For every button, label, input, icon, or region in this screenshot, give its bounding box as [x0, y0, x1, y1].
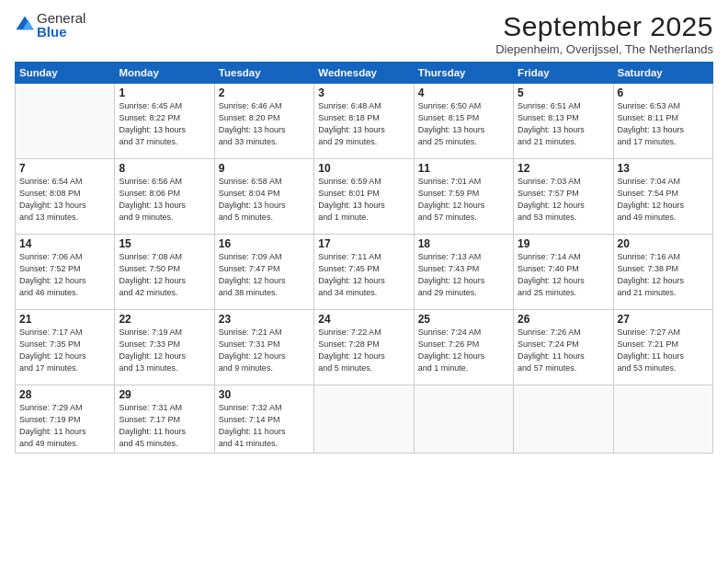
day-info: Sunrise: 6:50 AMSunset: 8:15 PMDaylight:… — [418, 100, 509, 148]
day-number: 13 — [618, 162, 709, 175]
table-row: 1Sunrise: 6:45 AMSunset: 8:22 PMDaylight… — [115, 84, 214, 159]
table-row: 7Sunrise: 6:54 AMSunset: 8:08 PMDaylight… — [16, 159, 115, 235]
table-row: 13Sunrise: 7:04 AMSunset: 7:54 PMDayligh… — [613, 159, 712, 235]
table-row: 17Sunrise: 7:11 AMSunset: 7:45 PMDayligh… — [314, 235, 414, 310]
day-info: Sunrise: 6:58 AMSunset: 8:04 PMDaylight:… — [219, 176, 310, 224]
logo: General Blue — [15, 11, 85, 39]
month-title: September 2025 — [495, 11, 713, 42]
table-row: 20Sunrise: 7:16 AMSunset: 7:38 PMDayligh… — [613, 235, 712, 310]
day-info: Sunrise: 7:06 AMSunset: 7:52 PMDaylight:… — [19, 251, 110, 299]
day-info: Sunrise: 6:54 AMSunset: 8:08 PMDaylight:… — [19, 176, 110, 224]
day-number: 1 — [119, 86, 210, 99]
logo-general-text: General — [37, 11, 85, 25]
col-thursday: Thursday — [414, 63, 513, 84]
table-row: 29Sunrise: 7:31 AMSunset: 7:17 PMDayligh… — [115, 385, 214, 454]
table-row: 3Sunrise: 6:48 AMSunset: 8:18 PMDaylight… — [314, 84, 414, 159]
table-row — [414, 385, 513, 454]
day-info: Sunrise: 7:32 AMSunset: 7:14 PMDaylight:… — [219, 402, 310, 450]
table-row — [16, 84, 115, 159]
day-info: Sunrise: 7:13 AMSunset: 7:43 PMDaylight:… — [418, 251, 509, 299]
table-row: 18Sunrise: 7:13 AMSunset: 7:43 PMDayligh… — [414, 235, 513, 310]
day-number: 26 — [518, 313, 609, 326]
table-row: 22Sunrise: 7:19 AMSunset: 7:33 PMDayligh… — [115, 310, 214, 385]
table-row: 30Sunrise: 7:32 AMSunset: 7:14 PMDayligh… — [214, 385, 313, 454]
day-number: 2 — [219, 86, 310, 99]
col-tuesday: Tuesday — [214, 63, 313, 84]
day-number: 21 — [19, 313, 110, 326]
table-row: 14Sunrise: 7:06 AMSunset: 7:52 PMDayligh… — [16, 235, 115, 310]
table-row: 27Sunrise: 7:27 AMSunset: 7:21 PMDayligh… — [613, 310, 712, 385]
table-row: 9Sunrise: 6:58 AMSunset: 8:04 PMDaylight… — [214, 159, 313, 235]
table-row — [514, 385, 613, 454]
calendar-header-row: Sunday Monday Tuesday Wednesday Thursday… — [16, 63, 713, 84]
table-row: 8Sunrise: 6:56 AMSunset: 8:06 PMDaylight… — [115, 159, 214, 235]
day-info: Sunrise: 7:08 AMSunset: 7:50 PMDaylight:… — [119, 251, 210, 299]
logo-icon — [15, 15, 35, 35]
day-info: Sunrise: 7:17 AMSunset: 7:35 PMDaylight:… — [19, 327, 110, 374]
day-number: 11 — [418, 162, 509, 175]
table-row: 15Sunrise: 7:08 AMSunset: 7:50 PMDayligh… — [115, 235, 214, 310]
logo-blue-text: Blue — [37, 25, 85, 39]
table-row: 12Sunrise: 7:03 AMSunset: 7:57 PMDayligh… — [514, 159, 613, 235]
table-row: 21Sunrise: 7:17 AMSunset: 7:35 PMDayligh… — [16, 310, 115, 385]
day-info: Sunrise: 7:31 AMSunset: 7:17 PMDaylight:… — [119, 402, 210, 450]
day-info: Sunrise: 6:45 AMSunset: 8:22 PMDaylight:… — [119, 100, 210, 148]
col-monday: Monday — [115, 63, 214, 84]
day-number: 24 — [318, 313, 409, 326]
logo-text: General Blue — [37, 11, 85, 39]
table-row — [613, 385, 712, 454]
calendar-table: Sunday Monday Tuesday Wednesday Thursday… — [15, 62, 713, 454]
day-number: 27 — [618, 313, 709, 326]
day-number: 20 — [618, 237, 709, 250]
table-row: 26Sunrise: 7:26 AMSunset: 7:24 PMDayligh… — [514, 310, 613, 385]
day-number: 4 — [418, 86, 509, 99]
day-number: 9 — [219, 162, 310, 175]
day-number: 17 — [318, 237, 409, 250]
day-info: Sunrise: 6:46 AMSunset: 8:20 PMDaylight:… — [219, 100, 310, 148]
table-row: 2Sunrise: 6:46 AMSunset: 8:20 PMDaylight… — [214, 84, 313, 159]
day-info: Sunrise: 7:11 AMSunset: 7:45 PMDaylight:… — [318, 251, 409, 299]
day-number: 25 — [418, 313, 509, 326]
day-info: Sunrise: 7:04 AMSunset: 7:54 PMDaylight:… — [618, 176, 709, 224]
location-subtitle: Diepenheim, Overijssel, The Netherlands — [495, 42, 713, 56]
day-number: 29 — [119, 388, 210, 401]
table-row: 24Sunrise: 7:22 AMSunset: 7:28 PMDayligh… — [314, 310, 414, 385]
table-row: 5Sunrise: 6:51 AMSunset: 8:13 PMDaylight… — [514, 84, 613, 159]
day-number: 12 — [518, 162, 609, 175]
day-info: Sunrise: 7:29 AMSunset: 7:19 PMDaylight:… — [19, 402, 110, 450]
day-number: 15 — [119, 237, 210, 250]
day-number: 6 — [618, 86, 709, 99]
day-number: 14 — [19, 237, 110, 250]
day-info: Sunrise: 7:01 AMSunset: 7:59 PMDaylight:… — [418, 176, 509, 224]
table-row: 19Sunrise: 7:14 AMSunset: 7:40 PMDayligh… — [514, 235, 613, 310]
table-row: 23Sunrise: 7:21 AMSunset: 7:31 PMDayligh… — [214, 310, 313, 385]
day-number: 5 — [518, 86, 609, 99]
day-info: Sunrise: 6:48 AMSunset: 8:18 PMDaylight:… — [318, 100, 409, 148]
table-row — [314, 385, 414, 454]
day-number: 23 — [219, 313, 310, 326]
day-info: Sunrise: 7:16 AMSunset: 7:38 PMDaylight:… — [618, 251, 709, 299]
col-wednesday: Wednesday — [314, 63, 414, 84]
day-number: 18 — [418, 237, 509, 250]
title-section: September 2025 Diepenheim, Overijssel, T… — [495, 11, 713, 56]
col-sunday: Sunday — [16, 63, 115, 84]
page: General Blue September 2025 Diepenheim, … — [0, 0, 728, 463]
table-row: 4Sunrise: 6:50 AMSunset: 8:15 PMDaylight… — [414, 84, 513, 159]
day-info: Sunrise: 7:03 AMSunset: 7:57 PMDaylight:… — [518, 176, 609, 224]
day-number: 8 — [119, 162, 210, 175]
col-friday: Friday — [514, 63, 613, 84]
day-number: 16 — [219, 237, 310, 250]
day-info: Sunrise: 7:14 AMSunset: 7:40 PMDaylight:… — [518, 251, 609, 299]
day-info: Sunrise: 7:21 AMSunset: 7:31 PMDaylight:… — [219, 327, 310, 374]
table-row: 11Sunrise: 7:01 AMSunset: 7:59 PMDayligh… — [414, 159, 513, 235]
day-number: 7 — [19, 162, 110, 175]
day-number: 19 — [518, 237, 609, 250]
day-number: 10 — [318, 162, 409, 175]
col-saturday: Saturday — [613, 63, 712, 84]
day-info: Sunrise: 7:09 AMSunset: 7:47 PMDaylight:… — [219, 251, 310, 299]
day-info: Sunrise: 7:27 AMSunset: 7:21 PMDaylight:… — [618, 327, 709, 374]
table-row: 10Sunrise: 6:59 AMSunset: 8:01 PMDayligh… — [314, 159, 414, 235]
table-row: 25Sunrise: 7:24 AMSunset: 7:26 PMDayligh… — [414, 310, 513, 385]
day-info: Sunrise: 6:53 AMSunset: 8:11 PMDaylight:… — [618, 100, 709, 148]
day-number: 30 — [219, 388, 310, 401]
